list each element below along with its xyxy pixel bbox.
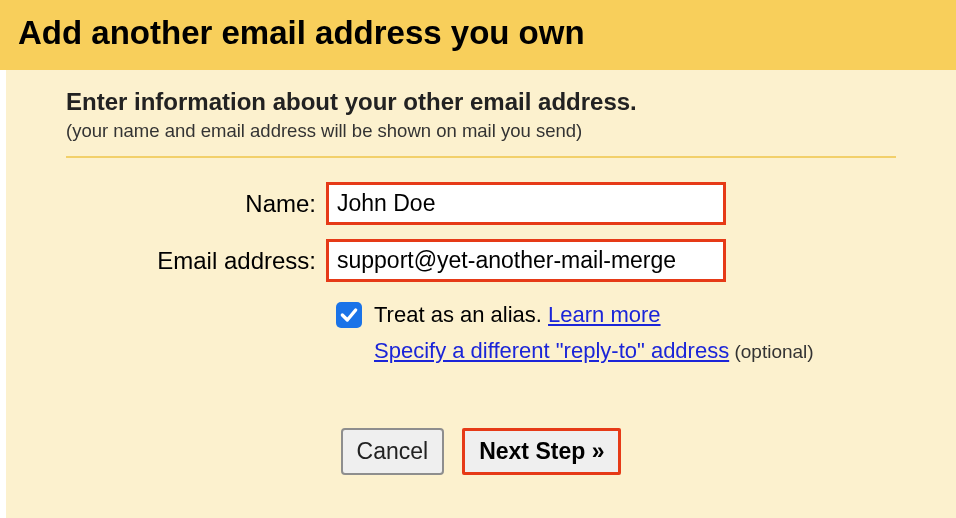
email-row: Email address: (66, 239, 896, 282)
reply-to-link[interactable]: Specify a different "reply-to" address (374, 338, 729, 363)
dialog-body: Enter information about your other email… (6, 70, 956, 518)
email-label: Email address: (66, 247, 326, 275)
alias-row: Treat as an alias. Learn more (336, 302, 896, 328)
section-heading: Enter information about your other email… (66, 88, 896, 116)
divider (66, 156, 896, 158)
dialog-title: Add another email address you own (18, 14, 938, 52)
learn-more-link[interactable]: Learn more (548, 302, 661, 327)
next-step-button[interactable]: Next Step » (462, 428, 621, 475)
section-subnote: (your name and email address will be sho… (66, 120, 896, 142)
name-row: Name: (66, 182, 896, 225)
button-row: Cancel Next Step » (66, 428, 896, 475)
alias-text: Treat as an alias. (374, 302, 548, 327)
email-input[interactable] (326, 239, 726, 282)
name-label: Name: (66, 190, 326, 218)
reply-to-row: Specify a different "reply-to" address (… (374, 338, 896, 364)
cancel-button[interactable]: Cancel (341, 428, 445, 475)
name-input[interactable] (326, 182, 726, 225)
optional-text: (optional) (729, 341, 814, 362)
dialog-header: Add another email address you own (0, 0, 956, 70)
check-icon (339, 305, 359, 325)
alias-checkbox[interactable] (336, 302, 362, 328)
